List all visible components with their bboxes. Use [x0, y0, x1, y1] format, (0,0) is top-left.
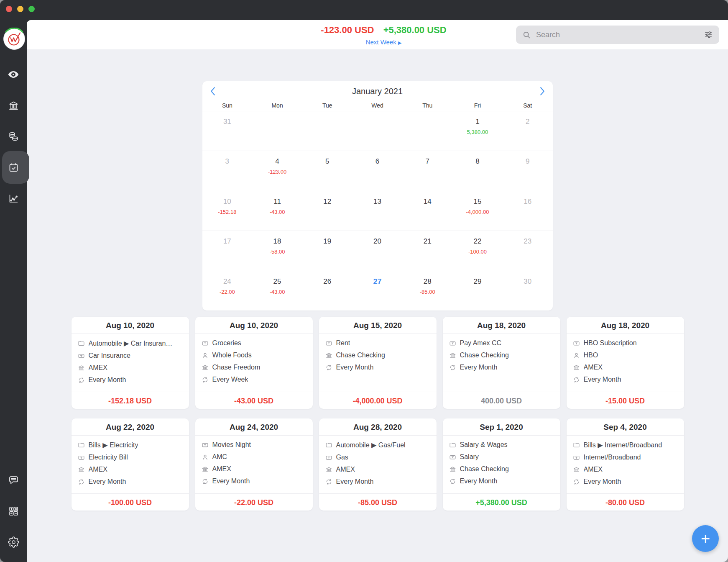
transaction-card[interactable]: Aug 10, 2020GroceriesWhole FoodsChase Fr…: [195, 317, 313, 409]
calendar-day-cell[interactable]: 25-43.00: [252, 271, 302, 311]
transaction-card[interactable]: Aug 24, 2020Movies NightAMCAMEXEvery Mon…: [195, 418, 313, 511]
sidebar-item-scheduled[interactable]: [0, 157, 27, 177]
calendar-day-cell[interactable]: 11-43.00: [252, 191, 302, 231]
calendar-day-cell[interactable]: 8: [452, 151, 503, 190]
calendar-day-cell[interactable]: 4-123.00: [252, 151, 302, 190]
day-number: 7: [402, 157, 452, 166]
bank-icon: [449, 352, 456, 359]
card-row-label: Chase Checking: [460, 465, 509, 473]
day-number: 14: [402, 198, 452, 206]
tag-icon: [449, 454, 456, 461]
calendar-day-cell[interactable]: 23: [503, 231, 553, 270]
transaction-card[interactable]: Aug 28, 2020Automobile ▶ Gas/FuelGasAMEX…: [319, 418, 437, 511]
day-number: 13: [353, 198, 403, 206]
card-row: Every Month: [325, 478, 433, 485]
calendar-day-cell[interactable]: 24-22.00: [202, 271, 253, 311]
search-bar[interactable]: [516, 26, 719, 44]
card-amount: -152.18 USD: [72, 392, 189, 409]
card-amount: -100.00 USD: [72, 493, 189, 511]
sidebar-item-reports[interactable]: [0, 188, 27, 208]
transaction-card[interactable]: Aug 10, 2020Automobile ▶ Car Insuran…Car…: [72, 317, 189, 409]
close-button[interactable]: [6, 6, 12, 12]
card-row: Every Month: [573, 478, 681, 485]
calendar-day-cell[interactable]: 12: [302, 191, 353, 231]
calendar-day-cell[interactable]: 31: [202, 111, 253, 151]
calendar-day-cell[interactable]: 17: [202, 231, 253, 270]
card-row-label: Pay Amex CC: [460, 339, 502, 347]
calendar-day-cell[interactable]: 30: [503, 271, 553, 311]
tag-icon: [78, 454, 85, 461]
calendar-day-cell[interactable]: 20: [353, 231, 403, 270]
transaction-card[interactable]: Aug 18, 2020Pay Amex CCChase CheckingEve…: [443, 317, 560, 409]
sidebar-item-settings[interactable]: [0, 532, 27, 552]
tag-icon: [449, 340, 456, 347]
tag-icon: [325, 340, 332, 347]
filter-sliders-icon[interactable]: [704, 30, 713, 39]
transaction-card[interactable]: Aug 22, 2020Bills ▶ ElectricityElectrici…: [72, 418, 189, 511]
coins-icon: [8, 131, 19, 142]
card-row: Bills ▶ Electricity: [78, 441, 186, 449]
calendar-day-cell[interactable]: 3: [202, 151, 253, 190]
sidebar-item-calculator[interactable]: [0, 501, 27, 521]
zoom-button[interactable]: [28, 6, 35, 12]
day-amount: -58.00: [252, 249, 302, 255]
calendar-day-cell[interactable]: 15,380.00: [452, 111, 503, 151]
minimize-button[interactable]: [17, 6, 23, 12]
sidebar-item-feedback[interactable]: [0, 470, 27, 490]
card-rows: Bills ▶ ElectricityElectricity BillAMEXE…: [72, 436, 189, 485]
search-input[interactable]: [535, 30, 700, 40]
calendar-day-cell[interactable]: 27: [353, 271, 403, 311]
calendar-day-cell[interactable]: 6: [353, 151, 403, 190]
next-month-button[interactable]: [540, 87, 545, 96]
card-row-label: Every Month: [212, 477, 250, 485]
sidebar-item-accounts[interactable]: [0, 95, 27, 115]
card-amount: -80.00 USD: [567, 493, 684, 511]
main-area: -123.00 USD +5,380.00 USD Next Week ▶: [27, 20, 728, 562]
card-row: Every Month: [573, 376, 681, 383]
weekday-label: Tue: [302, 102, 353, 109]
sidebar-nav-top: [0, 64, 27, 208]
calendar-day-cell[interactable]: 26: [302, 271, 353, 311]
calendar-day-cell[interactable]: 10-152.18: [202, 191, 253, 231]
card-row: AMEX: [78, 466, 186, 473]
card-row: Every Month: [449, 477, 557, 485]
card-row: Electricity Bill: [78, 454, 186, 461]
card-row-label: Bills ▶ Electricity: [89, 441, 138, 449]
card-row: Every Month: [449, 364, 557, 371]
transaction-card[interactable]: Sep 1, 2020Salary & WagesSalaryChase Che…: [443, 418, 560, 511]
day-number: 2: [503, 118, 553, 126]
calendar-day-cell[interactable]: 15-4,000.00: [452, 191, 503, 231]
calendar-day-cell[interactable]: 5: [302, 151, 353, 190]
calendar-day-cell[interactable]: 7: [402, 151, 452, 190]
card-row-label: Groceries: [212, 339, 241, 347]
sidebar-item-overview[interactable]: [0, 64, 27, 85]
card-rows: HBO SubscriptionHBOAMEXEvery Month: [567, 334, 684, 383]
card-row-label: Salary & Wages: [460, 441, 508, 449]
card-row: Every Month: [202, 477, 309, 485]
calendar-day-cell[interactable]: 13: [353, 191, 403, 231]
chart-icon: [8, 193, 19, 204]
transaction-card[interactable]: Aug 18, 2020HBO SubscriptionHBOAMEXEvery…: [567, 317, 684, 409]
app-window: -123.00 USD +5,380.00 USD Next Week ▶: [0, 0, 728, 562]
calendar-day-cell[interactable]: 14: [402, 191, 452, 231]
calendar-day-cell[interactable]: 21: [402, 231, 452, 270]
transaction-card[interactable]: Sep 4, 2020Bills ▶ Internet/BroadbandInt…: [567, 418, 684, 511]
add-transaction-button[interactable]: +: [692, 525, 719, 552]
calendar-day-cell[interactable]: 18-58.00: [252, 231, 302, 270]
transaction-card[interactable]: Aug 15, 2020RentChase CheckingEvery Mont…: [319, 317, 437, 409]
bank-icon: [449, 466, 456, 473]
calendar-day-cell[interactable]: 16: [503, 191, 553, 231]
card-date: Aug 18, 2020: [443, 317, 560, 334]
calendar-day-cell[interactable]: 22-100.00: [452, 231, 503, 270]
person-icon: [202, 454, 209, 461]
calendar-day-cell[interactable]: 29: [452, 271, 503, 311]
calendar-day-cell[interactable]: 2: [503, 111, 553, 151]
app-logo-icon: [3, 28, 26, 50]
sidebar-item-budgets[interactable]: [0, 126, 27, 146]
day-number: 15: [452, 198, 503, 206]
calendar-day-cell[interactable]: 28-85.00: [402, 271, 452, 311]
card-row-label: AMEX: [212, 465, 231, 473]
weekday-label: Sat: [503, 102, 553, 109]
calendar-day-cell[interactable]: 19: [302, 231, 353, 270]
calendar-day-cell[interactable]: 9: [503, 151, 553, 190]
